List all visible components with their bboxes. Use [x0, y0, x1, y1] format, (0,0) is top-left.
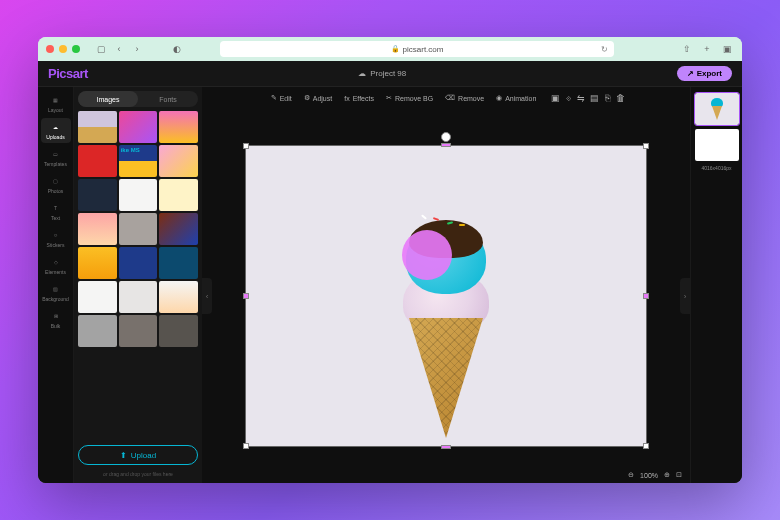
canvas-area: ✎Edit ⚙Adjust fxEffects ✂Remove BG ⌫Remo…: [202, 87, 690, 483]
thumbnail[interactable]: [159, 315, 198, 347]
position-icon[interactable]: ▣: [549, 92, 561, 104]
thumbnail[interactable]: [159, 111, 198, 143]
shield-icon[interactable]: ◐: [170, 42, 184, 56]
add-tab-icon[interactable]: +: [700, 42, 714, 56]
project-label: Project 98: [370, 69, 406, 78]
resize-handle[interactable]: [643, 143, 649, 149]
share-icon[interactable]: ⇧: [680, 42, 694, 56]
thumbnail[interactable]: [78, 213, 117, 245]
thumbnail[interactable]: [119, 213, 158, 245]
rail-elements[interactable]: ◇Elements: [41, 253, 71, 278]
canvas-toolbar: ✎Edit ⚙Adjust fxEffects ✂Remove BG ⌫Remo…: [202, 87, 690, 109]
zoom-out-icon[interactable]: ⊖: [628, 471, 634, 479]
edit-icon: ✎: [271, 94, 277, 102]
thumbnail[interactable]: [78, 247, 117, 279]
drag-hint: or drag and drop your files here: [78, 469, 198, 479]
rail-uploads[interactable]: ☁Uploads: [41, 118, 71, 143]
duplicate-icon[interactable]: ⎘: [601, 92, 613, 104]
logo[interactable]: Picsart: [48, 66, 88, 81]
minimize-icon[interactable]: [59, 45, 67, 53]
zoom-bar: ⊖ 100% ⊕ ⊡: [628, 471, 682, 479]
tab-fonts[interactable]: Fonts: [138, 91, 198, 107]
thumbnail[interactable]: [78, 179, 117, 211]
layers-icon[interactable]: ▤: [588, 92, 600, 104]
rail-background[interactable]: ▨Background: [41, 280, 71, 305]
remove-icon: ⌫: [445, 94, 455, 102]
zoom-value[interactable]: 100%: [640, 472, 658, 479]
resize-handle[interactable]: [243, 443, 249, 449]
thumbnail[interactable]: [119, 247, 158, 279]
resize-handle[interactable]: [243, 293, 249, 299]
refresh-icon[interactable]: ↻: [601, 45, 608, 54]
resize-handle[interactable]: [243, 143, 249, 149]
thumbnail[interactable]: [78, 281, 117, 313]
close-icon[interactable]: [46, 45, 54, 53]
thumbnail[interactable]: [78, 145, 117, 177]
thumbnail[interactable]: [78, 111, 117, 143]
thumbnail[interactable]: [159, 281, 198, 313]
tool-removebg[interactable]: ✂Remove BG: [381, 92, 438, 104]
thumbnail[interactable]: [119, 111, 158, 143]
flip-icon[interactable]: ⇋: [575, 92, 587, 104]
rail-text[interactable]: TText: [41, 199, 71, 224]
rail-stickers[interactable]: ☺Stickers: [41, 226, 71, 251]
thumbnail[interactable]: [78, 315, 117, 347]
tool-label: Effects: [353, 95, 374, 102]
project-name[interactable]: ☁ Project 98: [88, 69, 677, 78]
thumbnail[interactable]: [159, 179, 198, 211]
browser-window: ▢ ‹ › ◐ 🔒 picsart.com ↻ ⇧ + ▣ Picsart ☁ …: [38, 37, 742, 483]
rail-label: Uploads: [46, 134, 64, 140]
resize-handle[interactable]: [643, 443, 649, 449]
tab-images[interactable]: Images: [78, 91, 138, 107]
tool-edit[interactable]: ✎Edit: [266, 92, 297, 104]
address-bar[interactable]: 🔒 picsart.com ↻: [220, 41, 614, 57]
rail-layout[interactable]: ▦Layout: [41, 91, 71, 116]
resize-handle[interactable]: [643, 293, 649, 299]
stickers-icon: ☺: [50, 229, 62, 241]
app: Picsart ☁ Project 98 ↗ Export ▦Layout ☁U…: [38, 61, 742, 483]
delete-icon[interactable]: 🗑: [614, 92, 626, 104]
text-icon: T: [50, 202, 62, 214]
animation-icon: ◉: [496, 94, 502, 102]
thumbnail[interactable]: [119, 145, 158, 177]
thumbnail[interactable]: [159, 145, 198, 177]
canvas[interactable]: [246, 146, 646, 446]
crop-icon[interactable]: ⟐: [562, 92, 574, 104]
side-panel: Images Fonts: [74, 87, 202, 483]
upload-button[interactable]: ⬆ Upload: [78, 445, 198, 465]
tool-adjust[interactable]: ⚙Adjust: [299, 92, 337, 104]
tool-effects[interactable]: fxEffects: [339, 93, 379, 104]
resize-handle[interactable]: [441, 445, 451, 449]
rail-label: Stickers: [47, 242, 65, 248]
collapse-left-icon[interactable]: ‹: [202, 278, 212, 314]
rail-bulk[interactable]: ⊞Bulk: [41, 307, 71, 332]
zoom-in-icon[interactable]: ⊕: [664, 471, 670, 479]
thumbnail[interactable]: [159, 213, 198, 245]
tool-remove[interactable]: ⌫Remove: [440, 92, 489, 104]
fit-icon[interactable]: ⊡: [676, 471, 682, 479]
tool-label: Adjust: [313, 95, 332, 102]
maximize-icon[interactable]: [72, 45, 80, 53]
sidebar-toggle-icon[interactable]: ▢: [94, 42, 108, 56]
effects-icon: fx: [344, 95, 349, 102]
canvas-object-circle[interactable]: [402, 230, 452, 280]
layer-thumbnail[interactable]: [695, 129, 739, 161]
tabs-icon[interactable]: ▣: [720, 42, 734, 56]
titlebar-right: ⇧ + ▣: [680, 42, 734, 56]
resize-handle[interactable]: [441, 143, 451, 147]
move-handle-icon[interactable]: [441, 132, 451, 142]
cloud-icon: ☁: [358, 69, 366, 78]
collapse-right-icon[interactable]: ›: [680, 278, 690, 314]
tool-animation[interactable]: ◉Animation: [491, 92, 541, 104]
rail-photos[interactable]: ▢Photos: [41, 172, 71, 197]
rail-templates[interactable]: ▭Templates: [41, 145, 71, 170]
export-button[interactable]: ↗ Export: [677, 66, 732, 81]
forward-icon[interactable]: ›: [130, 42, 144, 56]
layers-panel: 4016x4016px: [690, 87, 742, 483]
thumbnail[interactable]: [119, 315, 158, 347]
thumbnail[interactable]: [159, 247, 198, 279]
thumbnail[interactable]: [119, 179, 158, 211]
thumbnail[interactable]: [119, 281, 158, 313]
back-icon[interactable]: ‹: [112, 42, 126, 56]
layer-thumbnail[interactable]: [695, 93, 739, 125]
